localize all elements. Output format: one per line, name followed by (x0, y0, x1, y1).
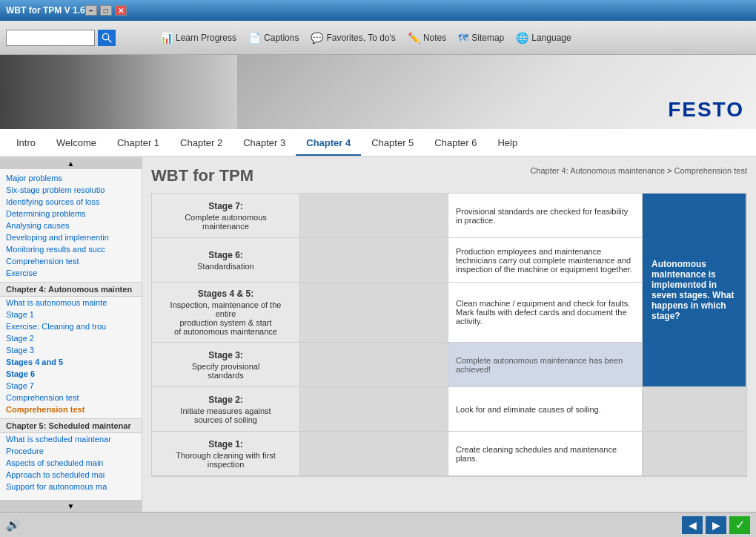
stage-desc-stages45: Clean machine / equipment and check for … (448, 283, 643, 343)
favorites-button[interactable]: 💬 Favorites, To do's (311, 32, 395, 44)
sidebar-item-comprehension-test-3[interactable]: Comprehension test (0, 403, 142, 415)
toolbar: 📊 Learn Progress 📄 Captions 💬 Favorites,… (0, 21, 756, 55)
stage-empty-col4-6 (643, 432, 746, 476)
learn-progress-button[interactable]: 📊 Learn Progress (160, 32, 236, 44)
breadcrumb-chapter: Chapter 4: Autonomous maintenance (530, 166, 665, 175)
content-area: WBT for TPM Chapter 4: Autonomous mainte… (142, 157, 756, 512)
sidebar-item-stage6[interactable]: Stage 6 (0, 368, 142, 380)
stage-name-stage1: Stage 1:Thorough cleaning with first ins… (152, 432, 300, 476)
close-button[interactable]: ✕ (115, 5, 127, 16)
sidebar-item-six-stage[interactable]: Six-stage problem resolutio (0, 184, 142, 196)
sound-icon[interactable]: 🔊 (6, 518, 21, 532)
chart-icon: 📊 (160, 32, 173, 44)
language-label: Language (531, 33, 571, 43)
sidebar-item-stage7[interactable]: Stage 7 (0, 380, 142, 392)
sidebar-item-analysing[interactable]: Analysing causes (0, 220, 142, 231)
navigation-arrows: ◀ ▶ ✓ (682, 516, 750, 534)
svg-point-0 (102, 33, 108, 39)
sidebar-scroll-up[interactable]: ▲ (0, 157, 142, 169)
hero-banner: FESTO (0, 55, 756, 129)
sidebar-item-comprehension-test-2[interactable]: Comprehension test (0, 392, 142, 403)
sitemap-label: Sitemap (471, 33, 504, 43)
language-icon: 🌐 (516, 32, 528, 44)
maximize-button[interactable]: □ (100, 5, 112, 16)
sidebar-item-determining[interactable]: Determining problems (0, 208, 142, 220)
search-box (6, 30, 116, 46)
next-button[interactable]: ▶ (706, 516, 726, 534)
sitemap-icon: 🗺 (458, 32, 468, 44)
stage-name-stage7: Stage 7:Complete autonomous maintenance (152, 194, 300, 238)
chapnav-item-intro[interactable]: Intro (6, 131, 46, 156)
sitemap-button[interactable]: 🗺 Sitemap (458, 32, 504, 44)
sidebar-chapter-chapter5-header: Chapter 5: Scheduled maintenar (0, 418, 142, 433)
stage-desc-stage2: Look for and eliminate causes of soiling… (448, 387, 643, 432)
sidebar-item-stage3[interactable]: Stage 3 (0, 344, 142, 356)
sidebar-item-developing[interactable]: Developing and implementin (0, 231, 142, 243)
toolbar-nav: 📊 Learn Progress 📄 Captions 💬 Favorites,… (160, 32, 571, 44)
stage-empty-stage7 (300, 194, 448, 238)
app-title: WBT for TPM V 1.6 (6, 5, 85, 16)
sidebar-item-major-problems[interactable]: Major problems (0, 172, 142, 184)
stage-empty-stage3 (300, 343, 448, 387)
chapter-navigation: IntroWelcomeChapter 1Chapter 2Chapter 3C… (0, 129, 756, 157)
sidebar-item-stage1[interactable]: Stage 1 (0, 309, 142, 320)
stage-empty-stage2 (300, 387, 448, 432)
sidebar-item-comprehension-test-1[interactable]: Comprehension test (0, 255, 142, 267)
sidebar-item-what-is-scheduled[interactable]: What is scheduled maintenar (0, 433, 142, 445)
stage-empty-stage1 (300, 432, 448, 476)
sidebar-item-approach[interactable]: Approach to scheduled mai (0, 469, 142, 481)
captions-icon: 📄 (248, 32, 261, 44)
stage-name-stage3: Stage 3:Specify provisional standards (152, 343, 300, 387)
sidebar-scroll-area: Major problemsSix-stage problem resoluti… (0, 169, 142, 500)
stage-name-stage6: Stage 6:Standardisation (152, 238, 300, 283)
chapnav-item-chapter5[interactable]: Chapter 5 (361, 131, 424, 156)
chapnav-item-chapter3[interactable]: Chapter 3 (233, 131, 296, 156)
stage-name-stage2: Stage 2:Initiate measures against source… (152, 387, 300, 432)
sidebar-item-aspects[interactable]: Aspects of scheduled main (0, 457, 142, 469)
content-header: WBT for TPM Chapter 4: Autonomous mainte… (151, 166, 747, 185)
captions-label: Captions (264, 33, 299, 43)
sidebar-item-what-is-autonomous[interactable]: What is autonomous mainte (0, 297, 142, 309)
search-icon (102, 33, 112, 43)
sidebar-scroll-down[interactable]: ▼ (0, 500, 142, 512)
stage-empty-col4-5 (643, 387, 746, 432)
stage-desc-stage7: Provisional standards are checked for fe… (448, 194, 643, 238)
learn-progress-label: Learn Progress (176, 33, 236, 43)
notes-label: Notes (423, 33, 446, 43)
notes-icon: ✏️ (408, 32, 420, 44)
sidebar-item-stages-4-5[interactable]: Stages 4 and 5 (0, 356, 142, 368)
favorites-icon: 💬 (311, 32, 323, 44)
breadcrumb-separator: > (667, 166, 674, 175)
blue-box-description: Autonomous maintenance is implemented in… (643, 194, 746, 387)
sidebar-item-stage2[interactable]: Stage 2 (0, 332, 142, 344)
sidebar-item-procedure[interactable]: Procedure (0, 445, 142, 457)
stage-desc-stage1: Create cleaning schedules and maintenanc… (448, 432, 643, 476)
chapnav-item-chapter4[interactable]: Chapter 4 (296, 131, 361, 156)
chapnav-item-chapter2[interactable]: Chapter 2 (170, 131, 233, 156)
sidebar-item-exercise-cleaning[interactable]: Exercise: Cleaning and trou (0, 320, 142, 332)
svg-line-1 (108, 39, 111, 42)
favorites-label: Favorites, To do's (326, 33, 395, 43)
chapnav-item-help[interactable]: Help (487, 131, 528, 156)
stage-desc-stage3: Complete autonomous maintenance has been… (448, 343, 643, 387)
prev-button[interactable]: ◀ (682, 516, 703, 534)
language-button[interactable]: 🌐 Language (516, 32, 571, 44)
minimize-button[interactable]: − (85, 5, 97, 16)
stage-name-stages45: Stages 4 & 5:Inspection, maintenance of … (152, 283, 300, 343)
captions-button[interactable]: 📄 Captions (248, 32, 299, 44)
chapnav-item-welcome[interactable]: Welcome (46, 131, 107, 156)
search-input[interactable] (6, 30, 95, 46)
sidebar-item-exercise-1[interactable]: Exercise (0, 267, 142, 279)
search-button[interactable] (98, 30, 116, 46)
bottom-bar: 🔊 ◀ ▶ ✓ (0, 512, 756, 537)
notes-button[interactable]: ✏️ Notes (408, 32, 446, 44)
check-button[interactable]: ✓ (729, 516, 750, 534)
stage-table: Stage 7:Complete autonomous maintenanceP… (151, 193, 747, 477)
sidebar-item-monitoring[interactable]: Monitoring results and succ (0, 243, 142, 255)
sidebar: ▲ Major problemsSix-stage problem resolu… (0, 157, 142, 512)
stage-empty-stages45 (300, 283, 448, 343)
sidebar-item-support[interactable]: Support for autonomous ma (0, 481, 142, 492)
chapnav-item-chapter6[interactable]: Chapter 6 (424, 131, 487, 156)
chapnav-item-chapter1[interactable]: Chapter 1 (107, 131, 170, 156)
sidebar-item-identifying[interactable]: Identifying sources of loss (0, 196, 142, 208)
